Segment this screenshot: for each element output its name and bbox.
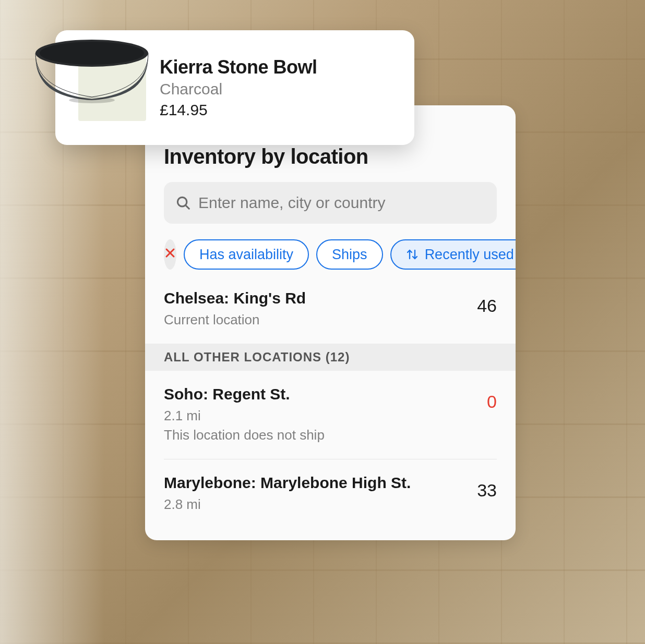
svg-point-6 — [69, 97, 115, 103]
location-count: 0 — [487, 385, 497, 412]
sort-chip-recently-used[interactable]: Recently used — [390, 239, 516, 270]
other-locations-header: ALL OTHER LOCATIONS (12) — [145, 344, 516, 371]
search-box[interactable] — [164, 182, 497, 224]
close-icon — [164, 246, 176, 263]
location-row[interactable]: Soho: Regent St. 2.1 mi This location do… — [164, 384, 497, 459]
product-price: £14.95 — [160, 101, 317, 119]
location-note: This location does not ship — [164, 426, 487, 444]
search-icon — [175, 195, 191, 211]
location-count: 46 — [477, 289, 497, 316]
sort-icon — [406, 248, 419, 261]
other-locations-list: Soho: Regent St. 2.1 mi This location do… — [164, 371, 497, 528]
location-name: Chelsea: King's Rd — [164, 289, 477, 307]
product-card[interactable]: Kierra Stone Bowl Charcoal £14.95 — [55, 30, 414, 145]
filter-row: Has availability Ships Recently used — [164, 239, 497, 270]
search-input[interactable] — [198, 194, 485, 212]
filter-chip-ships[interactable]: Ships — [316, 239, 383, 270]
location-name: Soho: Regent St. — [164, 385, 487, 403]
chip-label: Ships — [332, 247, 367, 263]
svg-point-5 — [40, 42, 144, 65]
product-image — [31, 37, 152, 104]
product-variant: Charcoal — [160, 80, 317, 98]
location-name: Marylebone: Marylebone High St. — [164, 474, 477, 492]
divider — [164, 459, 497, 459]
location-count: 33 — [477, 474, 497, 501]
location-row[interactable]: Marylebone: Marylebone High St. 2.8 mi 3… — [164, 473, 497, 528]
panel-title: Inventory by location — [164, 145, 497, 168]
product-name: Kierra Stone Bowl — [160, 56, 317, 78]
chip-label: Recently used — [425, 247, 514, 263]
filter-chip-availability[interactable]: Has availability — [184, 239, 309, 270]
location-distance: 2.8 mi — [164, 495, 477, 514]
clear-filters-button[interactable] — [164, 239, 176, 270]
svg-line-1 — [186, 205, 189, 209]
location-distance: 2.1 mi — [164, 406, 487, 425]
current-location-row[interactable]: Chelsea: King's Rd Current location 46 — [164, 288, 497, 344]
inventory-panel: Inventory by location Has a — [145, 105, 516, 540]
chip-label: Has availability — [199, 247, 293, 263]
location-subtitle: Current location — [164, 310, 477, 329]
